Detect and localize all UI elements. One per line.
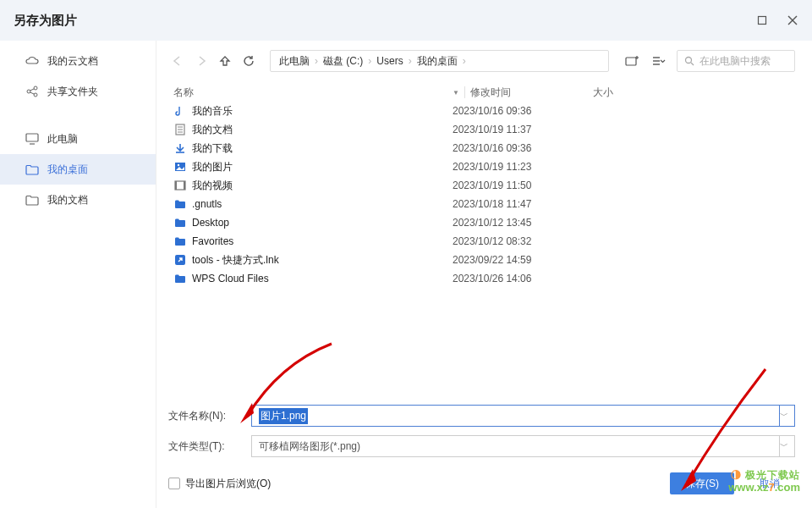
file-row[interactable]: .gnutls2023/10/18 11:47 [168, 195, 795, 213]
file-date: 2023/10/19 11:50 [453, 179, 588, 191]
file-name: 我的音乐 [192, 104, 233, 119]
titlebar: 另存为图片 [0, 0, 812, 41]
svg-line-17 [691, 63, 694, 65]
folder-blue [173, 197, 187, 211]
download-file [173, 141, 187, 155]
file-name: 我的下载 [192, 141, 233, 156]
folder-blue [173, 272, 187, 285]
cloud-icon [25, 54, 39, 68]
breadcrumb[interactable]: 此电脑› 磁盘 (C:)› Users› 我的桌面› [270, 50, 609, 72]
file-name: Desktop [192, 217, 229, 229]
svg-point-24 [178, 164, 179, 166]
search-icon [683, 54, 696, 68]
file-row[interactable]: 我的文档2023/10/19 11:37 [168, 120, 795, 139]
svg-point-4 [34, 86, 37, 90]
filename-input[interactable]: 图片1.png [251, 405, 780, 427]
file-row[interactable]: 我的下载2023/10/16 09:36 [168, 139, 795, 157]
sidebar-item-label: 共享文件夹 [47, 85, 98, 99]
file-name: 我的图片 [192, 160, 233, 174]
svg-rect-27 [184, 181, 185, 190]
file-date: 2023/10/16 09:36 [453, 142, 588, 154]
column-headers: 名称 ▼修改时间 大小 [168, 83, 795, 102]
up-button[interactable] [216, 52, 234, 70]
sort-desc-icon: ▼ [453, 89, 459, 97]
file-row[interactable]: 我的图片2023/10/19 11:23 [168, 157, 795, 176]
checkbox-label: 导出图片后浏览(O) [185, 477, 271, 491]
sidebar-item-documents[interactable]: 我的文档 [0, 185, 156, 215]
shortcut-file [173, 253, 187, 267]
file-list: 我的音乐2023/10/16 09:36我的文档2023/10/19 11:37… [168, 102, 795, 393]
filetype-dropdown-icon[interactable]: ﹀ [780, 435, 795, 457]
main-panel: 此电脑› 磁盘 (C:)› Users› 我的桌面› 名称 ▼修改时间 大小 我… [156, 41, 812, 508]
dialog-title: 另存为图片 [14, 13, 77, 29]
crumb[interactable]: 磁盘 (C:) [321, 54, 365, 69]
folder-blue [173, 216, 187, 229]
svg-line-6 [30, 89, 35, 91]
sidebar-item-cloud[interactable]: 我的云文档 [0, 46, 156, 76]
sidebar-item-desktop[interactable]: 我的桌面 [0, 154, 156, 185]
svg-line-7 [30, 92, 35, 94]
sidebar-item-share[interactable]: 共享文件夹 [0, 76, 156, 107]
close-button[interactable] [787, 14, 798, 26]
file-date: 2023/10/12 13:45 [453, 217, 588, 229]
folder-blue [173, 235, 187, 248]
navbar: 此电脑› 磁盘 (C:)› Users› 我的桌面› [168, 44, 795, 78]
folder-icon [25, 163, 39, 176]
cancel-button[interactable]: 取消 [744, 472, 795, 494]
doc-file [173, 123, 187, 136]
file-row[interactable]: WPS Cloud Files2023/10/26 14:06 [168, 269, 795, 288]
file-date: 2023/10/16 09:36 [453, 105, 588, 117]
crumb[interactable]: 此电脑 [277, 54, 311, 69]
music-file [173, 104, 187, 118]
image-file [173, 160, 187, 174]
video-file [173, 179, 187, 192]
file-row[interactable]: 我的视频2023/10/19 11:50 [168, 176, 795, 195]
column-date[interactable]: ▼修改时间 [453, 86, 588, 100]
back-button[interactable] [168, 52, 187, 70]
file-name: 我的视频 [192, 179, 233, 193]
column-size[interactable]: 大小 [588, 86, 656, 100]
file-name: Favorites [192, 235, 233, 247]
save-button[interactable]: 保存(S) [670, 472, 734, 494]
svg-point-16 [686, 58, 692, 64]
new-folder-button[interactable] [623, 52, 641, 70]
file-row[interactable]: 我的音乐2023/10/16 09:36 [168, 102, 795, 120]
file-name: .gnutls [192, 198, 222, 210]
refresh-button[interactable] [239, 52, 258, 70]
svg-rect-10 [626, 58, 636, 65]
sidebar-item-label: 我的桌面 [47, 163, 88, 177]
crumb[interactable]: 我的桌面 [415, 54, 459, 69]
search-box[interactable] [677, 50, 795, 72]
maximize-button[interactable] [756, 14, 768, 26]
file-name: 我的文档 [192, 123, 233, 137]
filetype-label: 文件类型(T): [168, 439, 251, 454]
share-icon [25, 85, 39, 98]
file-date: 2023/10/19 11:37 [453, 124, 588, 135]
file-row[interactable]: Favorites2023/10/12 08:32 [168, 232, 795, 251]
sidebar-item-label: 此电脑 [47, 132, 78, 146]
folder-outline-icon [25, 193, 39, 207]
filetype-select[interactable]: 可移植网络图形(*.png) [251, 435, 780, 457]
sidebar-item-label: 我的文档 [47, 193, 88, 207]
crumb[interactable]: Users [375, 55, 404, 67]
svg-point-5 [34, 93, 37, 97]
search-input[interactable] [700, 55, 789, 67]
monitor-icon [25, 132, 39, 146]
file-row[interactable]: Desktop2023/10/12 13:45 [168, 213, 795, 232]
sidebar-item-label: 我的云文档 [47, 54, 98, 69]
sidebar-item-computer[interactable]: 此电脑 [0, 124, 156, 154]
file-row[interactable]: tools - 快捷方式.lnk2023/09/22 14:59 [168, 251, 795, 269]
forward-button[interactable] [192, 52, 211, 70]
sidebar: 我的云文档 共享文件夹 此电脑 我的桌面 我的文档 [0, 41, 156, 508]
file-name: tools - 快捷方式.lnk [192, 253, 279, 268]
form-area: 文件名称(N): 图片1.png ﹀ 文件类型(T): 可移植网络图形(*.pn… [168, 393, 795, 508]
checkbox-box-icon [168, 478, 180, 489]
filename-label: 文件名称(N): [168, 409, 251, 423]
view-button[interactable] [650, 52, 668, 70]
file-name: WPS Cloud Files [192, 273, 269, 284]
column-name[interactable]: 名称 [173, 86, 453, 100]
svg-rect-8 [26, 134, 38, 141]
filename-dropdown-icon[interactable]: ﹀ [780, 405, 795, 427]
preview-checkbox[interactable]: 导出图片后浏览(O) [168, 477, 271, 491]
file-date: 2023/10/19 11:23 [453, 161, 588, 173]
